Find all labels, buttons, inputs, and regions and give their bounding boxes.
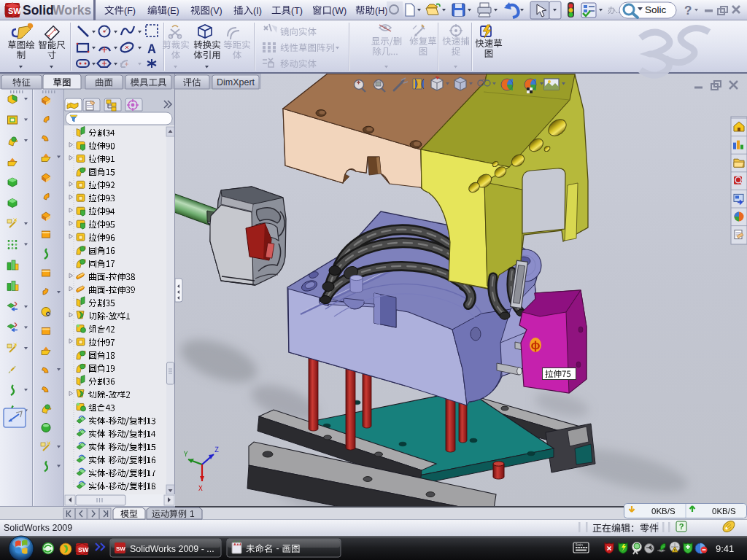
svg-text:1: 1 — [190, 509, 195, 519]
svg-text:-: - — [276, 543, 279, 553]
svg-text:5min: 5min — [576, 543, 583, 547]
svg-text:SolidWorks 2009: SolidWorks 2009 — [4, 523, 72, 533]
svg-text:0KB/S: 0KB/S — [712, 507, 736, 516]
svg-text:?: ? — [679, 522, 684, 531]
svg-text:Solic: Solic — [645, 4, 667, 15]
svg-text:DimXpert: DimXpert — [217, 77, 255, 88]
svg-text:(F): (F) — [124, 6, 136, 16]
svg-text:SW: SW — [116, 545, 125, 552]
svg-text:Works: Works — [53, 3, 91, 18]
svg-text:SW: SW — [8, 7, 21, 15]
svg-text:(V): (V) — [210, 6, 222, 16]
svg-text:9:41: 9:41 — [716, 543, 734, 554]
svg-text:Solid: Solid — [23, 3, 54, 18]
svg-text:SolidWorks 2009 - ...: SolidWorks 2009 - ... — [130, 544, 214, 554]
svg-text:(E): (E) — [167, 6, 179, 16]
svg-text:(W): (W) — [332, 6, 347, 16]
svg-text:(H): (H) — [375, 6, 387, 16]
svg-text:?: ? — [684, 4, 692, 18]
svg-text:(T): (T) — [291, 6, 303, 16]
svg-text:SW: SW — [78, 546, 89, 553]
svg-text:(I): (I) — [253, 6, 262, 16]
svg-text:0KB/S: 0KB/S — [651, 507, 676, 516]
